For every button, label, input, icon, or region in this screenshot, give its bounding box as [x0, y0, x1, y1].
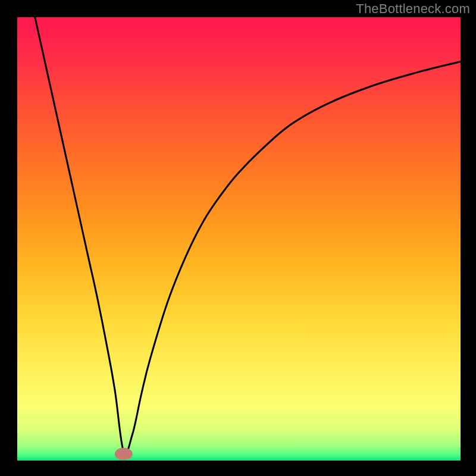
- optimum-marker: [115, 447, 133, 460]
- chart-svg: [0, 0, 476, 476]
- watermark-text: TheBottleneck.com: [356, 1, 470, 17]
- chart-canvas: TheBottleneck.com: [0, 0, 476, 476]
